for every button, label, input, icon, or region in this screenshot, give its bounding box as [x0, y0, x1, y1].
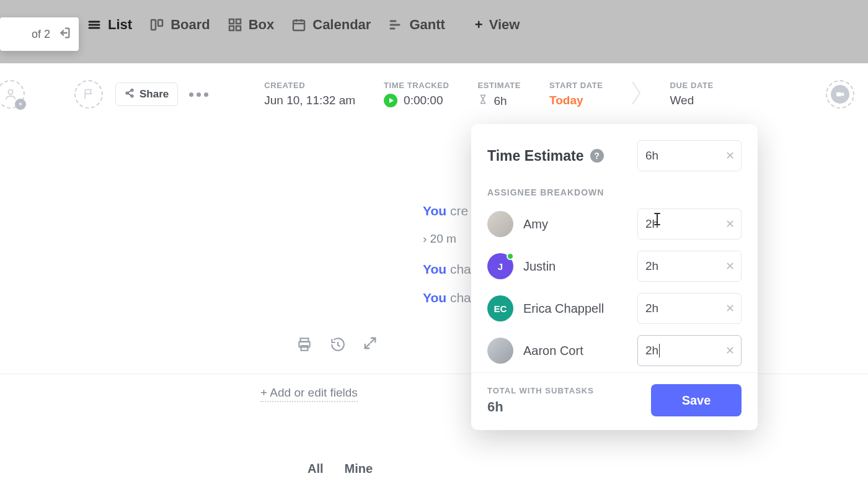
total-label: TOTAL WITH SUBTASKS — [487, 386, 594, 395]
assignee-row: Aaron Cort 2h ✕ — [487, 335, 742, 366]
total-estimate-input[interactable]: ✕ — [637, 140, 742, 171]
pager-chip[interactable]: of 2 — [0, 17, 79, 51]
assignee-estimate-input[interactable]: ✕ — [637, 251, 742, 282]
assignee-estimate-input[interactable]: ✕ — [637, 293, 742, 324]
assignee-estimate-input[interactable]: 2h ✕ — [637, 335, 742, 366]
text-caret — [659, 344, 660, 357]
clear-total-icon[interactable]: ✕ — [725, 149, 735, 163]
more-menu-button[interactable] — [189, 92, 208, 97]
time-estimate-popover: Time Estimate ? ✕ ASSIGNEE BREAKDOWN Amy… — [471, 124, 758, 430]
history-icon[interactable] — [330, 336, 346, 355]
help-icon[interactable]: ? — [590, 149, 604, 163]
assignee-name: Justin — [523, 259, 556, 274]
clear-icon[interactable]: ✕ — [725, 259, 735, 273]
meta-start-date[interactable]: START DATE Today — [549, 81, 603, 107]
share-button[interactable]: Share — [115, 83, 178, 106]
camera-icon — [831, 85, 849, 104]
share-icon — [125, 88, 135, 101]
assignee-row: Amy ✕ — [487, 209, 742, 240]
video-call-button[interactable] — [826, 80, 854, 109]
assignee-name: Aaron Cort — [523, 344, 583, 358]
assignee-row: EC Erica Chappell ✕ — [487, 293, 742, 324]
popover-divider — [471, 372, 758, 373]
clear-icon[interactable]: ✕ — [725, 217, 735, 231]
assignee-name: Erica Chappell — [523, 302, 604, 316]
save-button[interactable]: Save — [651, 384, 742, 416]
print-icon[interactable] — [296, 336, 312, 355]
assignee-name: Amy — [523, 217, 548, 231]
hourglass-icon — [478, 94, 488, 108]
plus-badge-icon: + — [15, 99, 26, 110]
exit-icon[interactable] — [58, 26, 71, 43]
clear-icon[interactable]: ✕ — [725, 302, 735, 315]
svg-point-7 — [8, 90, 12, 94]
activity-feed: You cre › 20 m You cha You cha — [423, 204, 471, 319]
svg-rect-11 — [836, 92, 841, 97]
expand-icon[interactable] — [363, 336, 377, 355]
play-icon[interactable] — [384, 94, 397, 107]
popover-title: Time Estimate — [487, 148, 584, 164]
view-tabs-bar: List Board Box Calendar Gantt — [0, 0, 868, 63]
share-label: Share — [140, 88, 169, 101]
total-value: 6h — [487, 399, 594, 415]
avatar: EC — [487, 295, 513, 321]
meta-time-tracked[interactable]: TIME TRACKED 0:00:00 — [384, 81, 449, 107]
meta-due-date[interactable]: DUE DATE Wed — [670, 81, 713, 107]
priority-flag-button[interactable] — [74, 80, 103, 109]
add-assignee-button[interactable]: + — [0, 80, 25, 109]
meta-estimate[interactable]: ESTIMATE 6h — [478, 81, 521, 108]
filter-all[interactable]: All — [308, 462, 324, 476]
clear-icon[interactable]: ✕ — [725, 344, 735, 357]
avatar: J — [487, 253, 513, 279]
task-header: + Share CREATED Jun 10, 11:32 am TIME TR… — [0, 63, 868, 125]
date-separator-icon — [631, 81, 641, 108]
avatar — [487, 211, 513, 237]
breakdown-label: ASSIGNEE BREAKDOWN — [487, 187, 742, 197]
assignee-row: J Justin ✕ — [487, 251, 742, 282]
filter-mine[interactable]: Mine — [345, 462, 373, 476]
avatar — [487, 338, 513, 364]
activity-expand-toggle[interactable]: › 20 m — [423, 232, 471, 246]
pager-text: of 2 — [32, 28, 50, 41]
cursor-ibeam-icon — [652, 212, 662, 228]
status-dot-icon — [507, 253, 514, 260]
total-estimate-field[interactable] — [645, 149, 725, 163]
add-fields-button[interactable]: + Add or edit fields — [260, 386, 358, 402]
meta-created: CREATED Jun 10, 11:32 am — [264, 81, 355, 107]
